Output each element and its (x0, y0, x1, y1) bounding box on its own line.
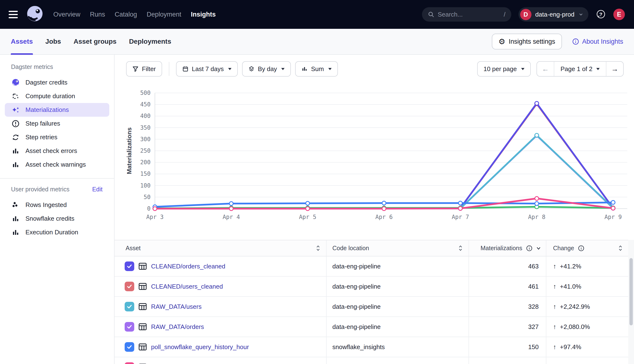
asset-cell: CLEANED/orders_cleaned (114, 256, 326, 276)
svg-text:400: 400 (140, 112, 150, 119)
asset-link[interactable]: poll_snowflake_query_history_hour (151, 343, 249, 351)
sidebar-item-execution-duration[interactable]: Execution Duration (5, 226, 109, 239)
table-row: CLEANED/… data-eng-pipeline 47 ↑ +1,000.… (114, 357, 628, 364)
svg-text:300: 300 (140, 136, 150, 142)
sort-icon[interactable] (458, 245, 462, 252)
info-icon[interactable] (526, 245, 533, 252)
change-cell: ↑ +1,000.0% (546, 357, 628, 364)
filter-button[interactable]: Filter (126, 61, 162, 76)
sidebar-item-step-failures[interactable]: Step failures (5, 117, 109, 130)
tab-jobs[interactable]: Jobs (46, 29, 61, 54)
asset-link[interactable]: RAW_DATA/orders (151, 323, 204, 331)
menu-icon[interactable] (9, 11, 18, 18)
tab-asset-groups[interactable]: Asset groups (74, 29, 116, 54)
user-avatar[interactable]: E (613, 9, 625, 20)
row-checkbox[interactable] (125, 322, 134, 332)
column-header-materializations[interactable]: Materializations (469, 240, 546, 256)
search-icon (428, 11, 434, 18)
nav-link-catalog[interactable]: Catalog (115, 11, 137, 18)
asset-cell: RAW_DATA/orders (114, 317, 326, 337)
chart-svg: 050100150200250300350400450500Apr 3Apr 4… (114, 82, 634, 226)
pagination-controls: 10 per page ← Page 1 of 2 → (477, 61, 624, 76)
arrow-up-icon: ↑ (553, 323, 556, 331)
funnel-icon (132, 66, 138, 72)
date-range-dropdown[interactable]: Last 7 days (176, 61, 238, 76)
column-header-change[interactable]: Change (546, 240, 628, 256)
materializations-cell: 463 (469, 256, 546, 276)
column-header-code-location[interactable]: Code location (326, 240, 469, 256)
asset-link[interactable]: RAW_DATA/users (151, 303, 202, 310)
svg-text:Apr 5: Apr 5 (299, 214, 316, 220)
insights-settings-button[interactable]: ⚙ Insights settings (492, 34, 562, 50)
previous-page-button[interactable]: ← (537, 62, 554, 76)
sidebar-item-asset-check-errors[interactable]: Asset check errors (5, 144, 109, 158)
asset-link[interactable]: CLEANED/orders_cleaned (151, 263, 225, 270)
insights-tabbar: Assets Jobs Asset groups Deployments ⚙ I… (0, 29, 634, 55)
pager: ← Page 1 of 2 → (536, 61, 624, 76)
svg-text:450: 450 (140, 101, 150, 108)
svg-text:Materializations: Materializations (126, 127, 133, 174)
user-metrics-list: Rows Ingested Snowflake credits Executio… (0, 198, 114, 239)
table-asset-icon (138, 343, 147, 351)
page-indicator-dropdown[interactable]: Page 1 of 2 (554, 62, 606, 76)
about-insights-link[interactable]: About Insights (572, 38, 623, 46)
info-icon[interactable] (578, 245, 584, 252)
top-navbar: Overview Runs Catalog Deployment Insight… (0, 0, 634, 29)
bar-chart-icon (11, 146, 20, 156)
aggregation-dropdown[interactable]: Sum (295, 61, 338, 76)
sidebar-item-materializations[interactable]: Materializations (5, 103, 109, 117)
table-asset-icon (138, 262, 147, 270)
tab-assets[interactable]: Assets (11, 29, 33, 54)
svg-text:350: 350 (140, 124, 150, 131)
per-page-dropdown[interactable]: 10 per page (477, 61, 531, 76)
org-switcher[interactable]: D data-eng-prod (518, 7, 588, 22)
arrow-up-icon: ↑ (553, 283, 556, 290)
row-checkbox[interactable] (125, 362, 134, 364)
dagster-logo[interactable] (24, 4, 45, 24)
tab-deployments[interactable]: Deployments (129, 29, 171, 54)
svg-text:Apr 9: Apr 9 (604, 214, 622, 220)
row-checkbox[interactable] (125, 262, 134, 271)
edit-metrics-link[interactable]: Edit (92, 186, 102, 193)
table-scrollbar-thumb[interactable] (630, 258, 633, 325)
materializations-value: 328 (528, 303, 539, 310)
bar-chart-icon (302, 66, 308, 72)
materializations-cell: 150 (469, 337, 546, 357)
chevron-down-icon[interactable] (536, 246, 541, 250)
sidebar-item-snowflake-credits[interactable]: Snowflake credits (5, 212, 109, 226)
chevron-down-icon (596, 68, 600, 70)
nav-link-insights[interactable]: Insights (191, 11, 216, 18)
table-scrollbar-track[interactable] (628, 240, 634, 364)
search-placeholder: Search... (438, 11, 463, 18)
sidebar-item-step-retries[interactable]: Step retries (5, 130, 109, 144)
materializations-cell: 47 (469, 357, 546, 364)
sidebar-item-asset-check-warnings[interactable]: Asset check warnings (5, 158, 109, 172)
table-body: CLEANED/orders_cleaned data-eng-pipeline… (114, 256, 628, 364)
sidebar-item-rows-ingested[interactable]: Rows Ingested (5, 198, 109, 212)
sort-icon[interactable] (316, 245, 320, 252)
asset-cell: RAW_DATA/users (114, 297, 326, 316)
svg-text:Apr 6: Apr 6 (375, 214, 393, 220)
help-icon[interactable]: ? (596, 9, 606, 20)
sort-icon[interactable] (618, 245, 622, 252)
sidebar-item-compute-duration[interactable]: Compute duration (5, 89, 109, 103)
code-location-cell: data-eng-pipeline (326, 357, 469, 364)
arrow-up-icon: ↑ (553, 303, 556, 310)
nav-link-deployment[interactable]: Deployment (147, 11, 181, 18)
granularity-dropdown[interactable]: By day (242, 61, 291, 76)
svg-text:150: 150 (140, 170, 150, 177)
column-header-asset[interactable]: Asset (114, 240, 326, 256)
row-checkbox[interactable] (125, 302, 134, 312)
row-checkbox[interactable] (125, 282, 134, 291)
asset-link[interactable]: CLEANED/users_cleaned (151, 283, 223, 290)
sidebar-item-dagster-credits[interactable]: Dagster credits (5, 76, 109, 89)
next-page-button[interactable]: → (606, 62, 623, 76)
arrow-up-icon: ↑ (553, 263, 556, 270)
svg-text:200: 200 (140, 159, 150, 166)
row-checkbox[interactable] (125, 342, 134, 352)
nav-link-overview[interactable]: Overview (53, 11, 80, 18)
dagster-metrics-list: Dagster credits Compute duration (0, 76, 114, 172)
materializations-cell: 328 (469, 297, 546, 316)
nav-link-runs[interactable]: Runs (90, 11, 105, 18)
search-input[interactable]: Search... / (422, 7, 511, 22)
